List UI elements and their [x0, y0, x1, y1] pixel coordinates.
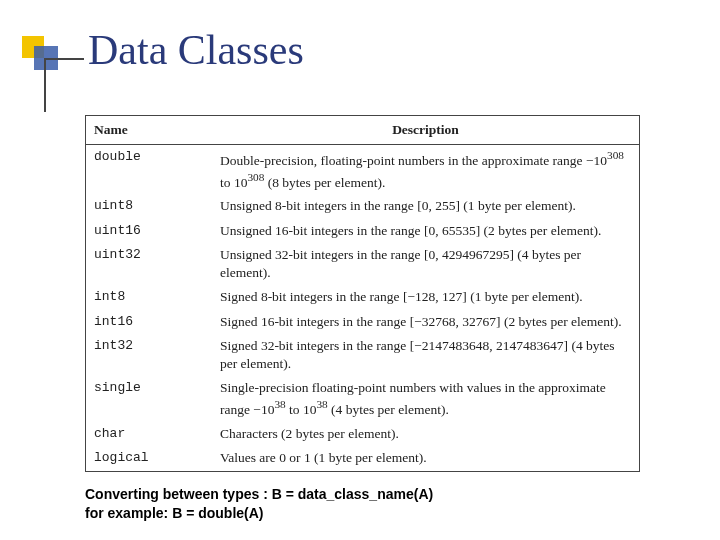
- row-name: char: [86, 422, 212, 446]
- footer-line-1: Converting between types : B = data_clas…: [85, 485, 433, 504]
- row-description: Signed 32-bit integers in the range [−21…: [212, 334, 639, 376]
- row-name: int8: [86, 285, 212, 309]
- table-row: uint8Unsigned 8-bit integers in the rang…: [86, 194, 639, 218]
- row-description: Unsigned 16-bit integers in the range [0…: [212, 219, 639, 243]
- row-description: Double-precision, floating-point numbers…: [212, 145, 639, 195]
- row-description: Unsigned 8-bit integers in the range [0,…: [212, 194, 639, 218]
- row-name: uint32: [86, 243, 212, 285]
- row-name: int32: [86, 334, 212, 376]
- row-description: Single-precision floating-point numbers …: [212, 376, 639, 422]
- header-name: Name: [86, 116, 212, 145]
- row-name: single: [86, 376, 212, 422]
- row-description: Unsigned 32-bit integers in the range [0…: [212, 243, 639, 285]
- row-description: Values are 0 or 1 (1 byte per element).: [212, 446, 639, 470]
- table-row: uint32Unsigned 32-bit integers in the ra…: [86, 243, 639, 285]
- row-name: double: [86, 145, 212, 195]
- table-row: singleSingle-precision floating-point nu…: [86, 376, 639, 422]
- table-row: logicalValues are 0 or 1 (1 byte per ele…: [86, 446, 639, 470]
- table-row: charCharacters (2 bytes per element).: [86, 422, 639, 446]
- slide-title: Data Classes: [88, 26, 304, 74]
- row-description: Signed 16-bit integers in the range [−32…: [212, 310, 639, 334]
- table-row: int8Signed 8-bit integers in the range […: [86, 285, 639, 309]
- table-row: int16Signed 16-bit integers in the range…: [86, 310, 639, 334]
- row-description: Signed 8-bit integers in the range [−128…: [212, 285, 639, 309]
- row-name: logical: [86, 446, 212, 470]
- table-header-row: Name Description: [86, 116, 639, 145]
- table-row: int32Signed 32-bit integers in the range…: [86, 334, 639, 376]
- table-row: doubleDouble-precision, floating-point n…: [86, 145, 639, 195]
- footer-note: Converting between types : B = data_clas…: [85, 485, 433, 523]
- table-row: uint16Unsigned 16-bit integers in the ra…: [86, 219, 639, 243]
- header-description: Description: [212, 116, 639, 145]
- row-name: uint8: [86, 194, 212, 218]
- title-bullet-decoration: [22, 36, 58, 82]
- slide: Data Classes Name Description doubleDoub…: [0, 0, 720, 540]
- row-name: uint16: [86, 219, 212, 243]
- data-classes-table: Name Description doubleDouble-precision,…: [85, 115, 640, 472]
- row-name: int16: [86, 310, 212, 334]
- row-description: Characters (2 bytes per element).: [212, 422, 639, 446]
- footer-line-2: for example: B = double(A): [85, 504, 433, 523]
